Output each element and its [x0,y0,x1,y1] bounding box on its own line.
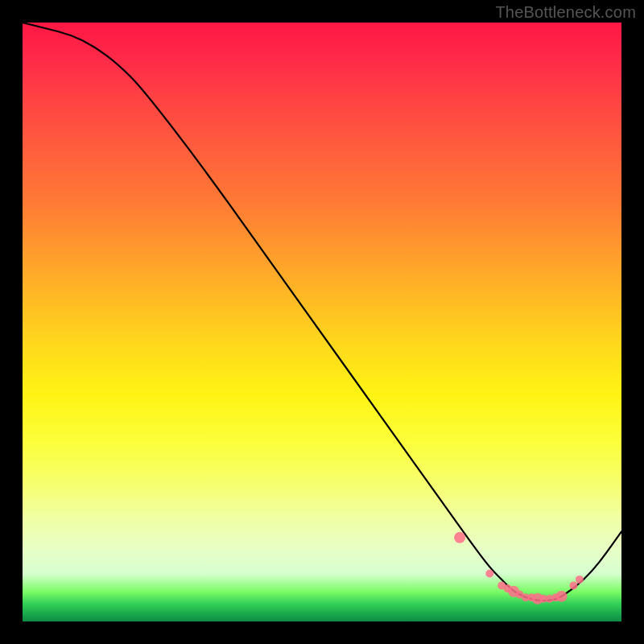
chart-frame: TheBottleneck.com [0,0,644,644]
marker-cluster [454,532,584,605]
watermark-label: TheBottleneck.com [495,3,636,22]
plot-area [23,23,621,621]
marker-dot [485,570,493,578]
curve-layer [23,23,621,621]
marker-dot [570,581,578,589]
marker-dot [454,532,465,543]
bottleneck-curve [23,23,621,601]
marker-dot [576,576,584,584]
marker-dot [556,591,568,602]
